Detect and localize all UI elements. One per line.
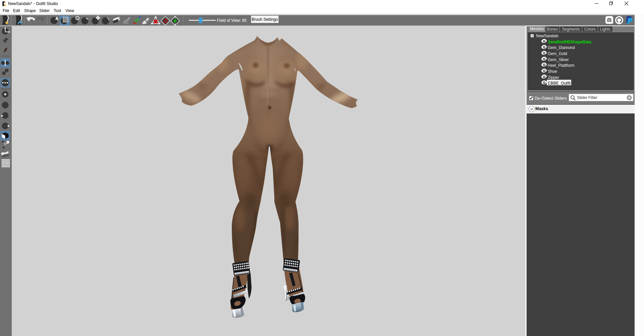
svg-text:Field of View: 65: Field of View: 65: [217, 18, 247, 23]
